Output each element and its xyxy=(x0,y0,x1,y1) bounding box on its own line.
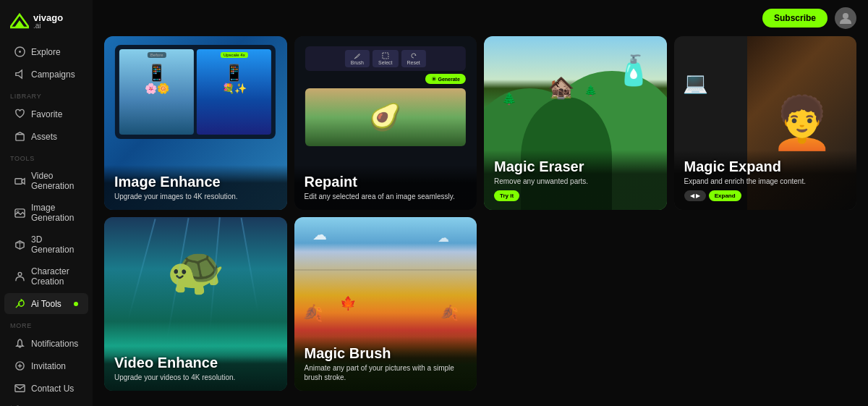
brush-tool[interactable]: Brush xyxy=(345,50,370,67)
image-enhance-title: Image Enhance xyxy=(114,174,277,190)
avocado-image: 🥑 xyxy=(305,88,466,146)
phone-before: Before 📱 🌸🌼 xyxy=(119,49,194,135)
sidebar: vivago .ai Explore Campaigns LIBRARY Fav… xyxy=(0,0,93,406)
magic-eraser-title: Magic Eraser xyxy=(494,158,657,174)
tool-card-image-enhance[interactable]: Before 📱 🌸🌼 Upscale 4x 📱 💐✨ Image Enhanc… xyxy=(104,36,287,210)
magic-eraser-btn[interactable]: Try it xyxy=(494,190,519,201)
generate-button[interactable]: Generate xyxy=(425,74,465,84)
bell-icon xyxy=(14,338,25,349)
tool-icon xyxy=(14,298,25,309)
sidebar-item-video-generation[interactable]: Video Generation xyxy=(4,166,88,196)
expand-slider[interactable]: ◀ ▶ xyxy=(684,190,706,201)
select-tool[interactable]: Select xyxy=(373,50,398,67)
svg-rect-4 xyxy=(16,135,24,140)
repaint-overlay: Repaint Edit any selected area of an ima… xyxy=(294,165,477,210)
svg-rect-10 xyxy=(15,385,25,392)
sidebar-item-character-creation[interactable]: Character Creation xyxy=(4,261,88,292)
repaint-desc: Edit any selected area of an image seaml… xyxy=(305,192,467,201)
logo[interactable]: vivago .ai xyxy=(0,9,93,41)
tools-grid-container: Before 📱 🌸🌼 Upscale 4x 📱 💐✨ Image Enhanc… xyxy=(93,36,868,406)
main-area: Subscribe Before 📱 🌸🌼 xyxy=(93,0,868,406)
magic-expand-overlay: Magic Expand Expand and enrich the image… xyxy=(674,150,857,210)
brand-name: vivago xyxy=(33,13,63,22)
cube-icon xyxy=(14,240,25,250)
magic-brush-title: Magic Brush xyxy=(305,345,467,361)
library-label: LIBRARY xyxy=(0,85,93,103)
expand-btn[interactable]: Expand xyxy=(709,190,741,201)
magic-expand-controls: ◀ ▶ Expand xyxy=(684,190,847,201)
box-icon xyxy=(14,131,25,142)
sidebar-item-notifications[interactable]: Notifications xyxy=(4,333,88,354)
sidebar-collapse-button[interactable] xyxy=(0,399,93,406)
active-indicator xyxy=(74,302,78,306)
tool-card-repaint[interactable]: Brush Select Reset xyxy=(294,36,477,210)
magic-expand-title: Magic Expand xyxy=(684,158,847,174)
tools-grid: Before 📱 🌸🌼 Upscale 4x 📱 💐✨ Image Enhanc… xyxy=(104,36,856,391)
sidebar-item-3d-generation[interactable]: 3D Generation xyxy=(4,229,88,260)
reset-tool[interactable]: Reset xyxy=(401,50,425,67)
sidebar-item-campaigns[interactable]: Campaigns xyxy=(4,64,88,85)
svg-point-12 xyxy=(843,13,848,19)
sidebar-item-contact-us[interactable]: Contact Us xyxy=(4,378,88,399)
person-icon xyxy=(14,271,25,282)
logo-icon xyxy=(10,12,29,30)
repaint-ui: Brush Select Reset xyxy=(305,46,466,146)
svg-rect-5 xyxy=(15,178,22,184)
heart-icon xyxy=(14,109,25,119)
tool-card-video-enhance[interactable]: 🐢 Video Enhance Upgrade your videos to 4… xyxy=(104,217,287,391)
sidebar-item-favorite[interactable]: Favorite xyxy=(4,103,88,124)
svg-point-8 xyxy=(18,272,22,276)
video-enhance-desc: Upgrade your videos to 4K resolution. xyxy=(114,373,277,382)
envelope-icon xyxy=(14,383,25,394)
subscribe-button[interactable]: Subscribe xyxy=(762,9,827,28)
tool-card-magic-expand[interactable]: 🧑‍🦱 💻 Magic Expand Expand and enrich the… xyxy=(674,36,857,210)
image-enhance-overlay: Image Enhance Upgrade your images to 4K … xyxy=(104,165,287,210)
phone-mockup: Before 📱 🌸🌼 Upscale 4x 📱 💐✨ xyxy=(115,45,276,139)
sidebar-item-ai-tools[interactable]: Ai Tools xyxy=(4,293,88,314)
plus-icon xyxy=(14,360,25,371)
repaint-title: Repaint xyxy=(305,174,467,190)
image-enhance-desc: Upgrade your images to 4K resolution. xyxy=(114,192,277,201)
tool-card-magic-eraser[interactable]: 🏚️ 🌲 🌲 🧴 Magic Eraser Remove any unwante… xyxy=(484,36,667,210)
video-enhance-title: Video Enhance xyxy=(114,355,277,371)
header: Subscribe xyxy=(93,0,868,36)
magic-brush-overlay: Magic Brush Animate any part of your pic… xyxy=(294,337,477,391)
sidebar-item-explore[interactable]: Explore xyxy=(4,41,88,62)
megaphone-icon xyxy=(14,69,25,80)
magic-brush-desc: Animate any part of your pictures with a… xyxy=(305,363,467,382)
sidebar-item-invitation[interactable]: Invitation xyxy=(4,355,88,376)
svg-marker-1 xyxy=(14,20,25,28)
sidebar-item-assets[interactable]: Assets xyxy=(4,126,88,147)
compass-icon xyxy=(14,46,25,57)
magic-expand-desc: Expand and enrich the image content. xyxy=(684,177,847,186)
brand-tagline: .ai xyxy=(33,22,63,30)
user-avatar[interactable] xyxy=(835,7,856,29)
video-icon xyxy=(14,176,25,187)
more-label: MORE xyxy=(0,315,93,332)
tool-card-magic-brush[interactable]: ☁ ☁ 🍂 🍁 🍂 Magic Brush Animate any part o… xyxy=(294,217,477,391)
repaint-toolbar: Brush Select Reset xyxy=(305,46,466,71)
tools-label: TOOLS xyxy=(0,148,93,165)
svg-rect-13 xyxy=(383,53,388,59)
generate-row: Generate xyxy=(305,74,466,84)
phone-after: Upscale 4x 📱 💐✨ xyxy=(197,49,271,135)
svg-point-3 xyxy=(19,51,21,53)
video-enhance-overlay: Video Enhance Upgrade your videos to 4K … xyxy=(104,346,287,391)
image-icon xyxy=(14,208,25,219)
sidebar-item-image-generation[interactable]: Image Generation xyxy=(4,198,88,228)
magic-eraser-desc: Remove any unwanted parts. xyxy=(494,177,657,186)
sidebar-bottom: ⊕ ◻ ✕ ▶ ♫ Terms of Service / Privacy Pol… xyxy=(0,399,93,406)
magic-eraser-overlay: Magic Eraser Remove any unwanted parts. … xyxy=(484,150,667,210)
